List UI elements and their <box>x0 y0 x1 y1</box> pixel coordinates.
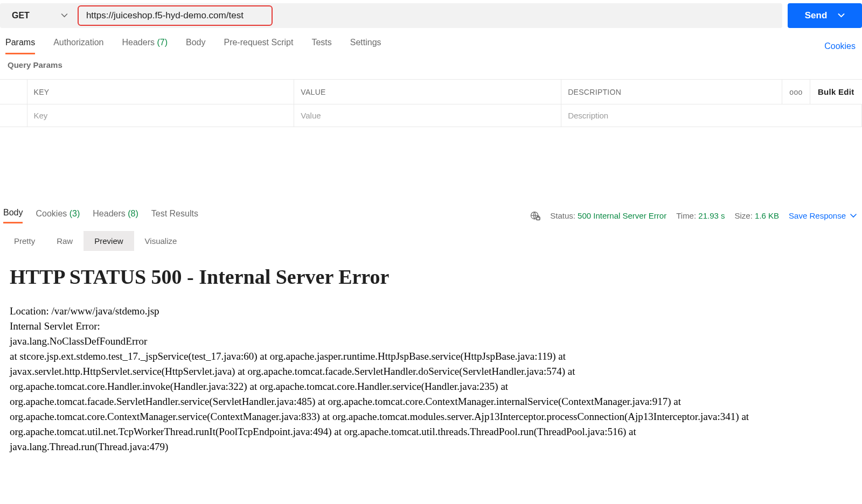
cookies-link[interactable]: Cookies <box>824 41 862 51</box>
resp-tab-body[interactable]: Body <box>3 208 23 223</box>
status-meta: Status: 500 Internal Server Error <box>550 211 666 220</box>
view-mode-visualize[interactable]: Visualize <box>134 231 188 251</box>
query-params-heading: Query Params <box>0 55 862 79</box>
view-mode-pretty[interactable]: Pretty <box>3 231 46 251</box>
error-stack: at stcore.jsp.ext.stdemo.test_17._jspSer… <box>10 349 760 454</box>
col-header-key[interactable]: KEY <box>27 80 294 104</box>
error-label: Internal Servlet Error: <box>10 319 760 334</box>
tab-headers[interactable]: Headers (7) <box>122 38 168 54</box>
tab-authorization[interactable]: Authorization <box>53 38 103 54</box>
resp-tab-headers[interactable]: Headers (8) <box>93 209 138 223</box>
param-value-input[interactable] <box>301 111 554 120</box>
chevron-down-icon <box>838 13 845 18</box>
time-meta: Time: 21.93 s <box>676 211 725 220</box>
resp-tab-test-results[interactable]: Test Results <box>151 209 198 223</box>
send-button[interactable]: Send <box>788 3 862 28</box>
view-mode-raw[interactable]: Raw <box>46 231 84 251</box>
tab-tests[interactable]: Tests <box>311 38 331 54</box>
col-drag-handle <box>0 80 27 104</box>
param-description-input[interactable] <box>568 111 855 120</box>
resp-tab-cookies[interactable]: Cookies (3) <box>36 209 80 223</box>
http-method-label: GET <box>12 11 30 20</box>
tab-body[interactable]: Body <box>186 38 205 54</box>
col-header-description[interactable]: DESCRIPTION <box>561 80 782 104</box>
chevron-down-icon <box>61 13 68 18</box>
resp-tab-count: (8) <box>126 209 138 218</box>
http-method-select[interactable]: GET <box>0 3 78 28</box>
more-options-icon[interactable]: ooo <box>782 80 810 104</box>
request-url-input[interactable] <box>86 10 264 21</box>
error-location: Location: /var/www/java/stdemo.jsp <box>10 304 760 319</box>
query-params-table: KEY VALUE DESCRIPTION ooo Bulk Edit <box>0 79 862 127</box>
tab-params[interactable]: Params <box>5 38 35 54</box>
response-preview-body: HTTP STATUS 500 - Internal Server Error … <box>0 251 760 454</box>
col-header-value[interactable]: VALUE <box>294 80 561 104</box>
chevron-down-icon <box>850 214 857 218</box>
tab-pre-request-script[interactable]: Pre-request Script <box>224 38 293 54</box>
size-meta: Size: 1.6 KB <box>735 211 780 220</box>
send-button-label: Send <box>805 10 828 21</box>
param-key-input[interactable] <box>34 111 288 120</box>
error-exception: java.lang.NoClassDefFoundError <box>10 334 760 349</box>
save-response-button[interactable]: Save Response <box>789 211 857 220</box>
view-mode-preview[interactable]: Preview <box>84 231 134 251</box>
param-row <box>0 104 862 127</box>
resp-tab-count: (3) <box>67 209 80 218</box>
tab-count: (7) <box>155 38 168 47</box>
url-highlight-box <box>78 5 273 26</box>
tab-settings[interactable]: Settings <box>350 38 381 54</box>
error-heading: HTTP STATUS 500 - Internal Server Error <box>10 265 760 289</box>
bulk-edit-link[interactable]: Bulk Edit <box>810 80 862 104</box>
globe-lock-icon[interactable] <box>530 211 540 221</box>
